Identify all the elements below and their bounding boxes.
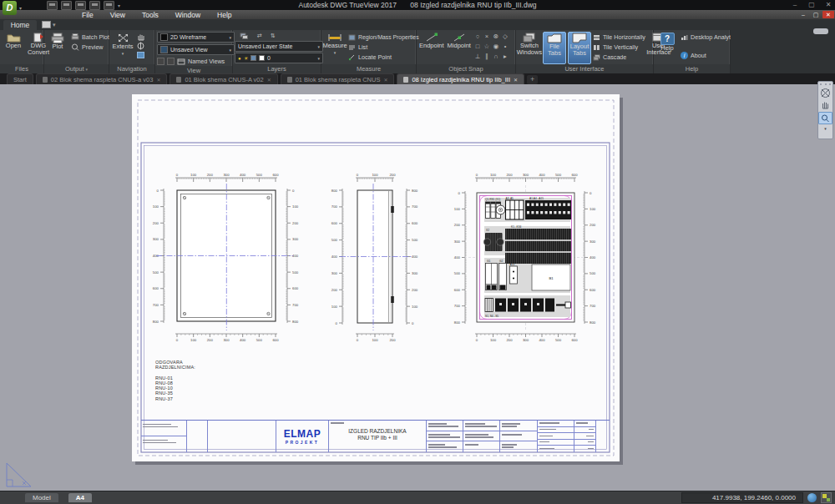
open-label: Open <box>6 43 21 49</box>
workspace-icon[interactable] <box>821 492 832 503</box>
preview-button[interactable]: Preview <box>71 43 109 52</box>
list-button[interactable]: List <box>348 43 419 52</box>
about-button[interactable]: i About <box>681 51 738 60</box>
menu-file[interactable]: File <box>73 11 102 19</box>
named-views-icon <box>177 58 185 65</box>
tangent-snap-icon[interactable]: ◉ <box>492 43 500 51</box>
panel-navigation: Extents ▾ Navigation <box>109 30 155 73</box>
layer-state-dropdown[interactable]: Unsaved Layer State ▾ <box>235 41 323 52</box>
output-launcher-icon[interactable]: ▾ <box>86 67 89 72</box>
file-tab[interactable]: 01 Blok shema raspleta CNUS ✕ <box>281 73 395 84</box>
restore-icon[interactable]: ▢ <box>807 1 817 8</box>
file-tab[interactable]: 01 Blok shema CNUS-A v02 ✕ <box>170 73 277 84</box>
layer-properties-icon[interactable] <box>240 33 249 40</box>
dwg-trueview-window: ▾ Autodesk DWG TrueView 2017 08 Izgled r… <box>0 0 835 504</box>
doc-restore-icon[interactable]: ▢ <box>810 11 822 18</box>
apparent-snap-icon[interactable]: ∩ <box>492 53 500 61</box>
tab-close-icon[interactable]: ✕ <box>383 77 387 83</box>
plot-button[interactable]: Plot <box>46 32 69 64</box>
locate-point-button[interactable]: Locate Point <box>348 53 419 62</box>
region-mass-button[interactable]: Region/Mass Properties <box>348 33 419 42</box>
node-snap-icon[interactable]: × <box>483 33 491 41</box>
pan-hand-tool-icon[interactable] <box>820 100 831 110</box>
visual-style-value: 2D Wireframe <box>170 34 226 40</box>
elmap-logo-text: ELMAP <box>284 429 321 439</box>
tile-horizontally-button[interactable]: Tile Horizontally <box>593 33 645 42</box>
help-label: Help <box>660 45 673 52</box>
intersection-snap-icon[interactable]: ⊗ <box>492 33 500 41</box>
layer-on-bulb-icon: ● <box>238 56 241 61</box>
menu-tools[interactable]: Tools <box>134 11 167 19</box>
zoom-magnifier-icon <box>821 114 830 123</box>
file-tab[interactable]: 02 Blok shema raspleta CNUS-a v03 ✕ <box>36 73 168 84</box>
menu-view[interactable]: View <box>102 11 134 19</box>
about-info-icon: i <box>681 52 688 59</box>
tab-close-icon[interactable]: ✕ <box>156 77 160 83</box>
parallel-snap-icon[interactable]: ∥ <box>483 53 491 61</box>
menu-help[interactable]: Help <box>209 11 240 19</box>
layout-tabs-toggle-button[interactable]: Layout Tabs <box>568 32 591 64</box>
panel-files: Open DWG Convert Files <box>0 30 44 73</box>
file-tabs-toggle-button[interactable]: File Tabs <box>543 32 566 64</box>
menu-window[interactable]: Window <box>167 11 209 19</box>
annotation-monitor-icon[interactable] <box>807 493 817 502</box>
ribbon-tab-home[interactable]: Home <box>3 20 37 30</box>
file-tab-active[interactable]: 08 Izgled razdjelnika RNU tip IIb_III ✕ <box>397 73 524 84</box>
layout-tab-a4[interactable]: A4 <box>68 493 92 502</box>
midpoint-snap-button[interactable]: Midpoint <box>447 32 472 64</box>
document-title: 08 Izgled razdjelnika RNU tip IIb_III.dw… <box>410 1 536 9</box>
locate-point-icon <box>348 54 356 61</box>
layer-prev-icon[interactable]: ⇅ <box>271 33 276 39</box>
file-tab-label: 01 Blok shema CNUS-A v02 <box>185 76 263 83</box>
steering-wheel-icon[interactable] <box>820 88 831 98</box>
navbar-caret-icon[interactable]: ▾ <box>824 126 827 131</box>
zoom-extents-button[interactable]: Extents ▾ <box>111 32 134 64</box>
snap-flyout-icon[interactable]: ▸ <box>501 53 509 61</box>
desktop-analytics-button[interactable]: Desktop Analytics <box>681 33 738 42</box>
ribbon-display-toggle[interactable]: ▾ <box>42 21 56 28</box>
view-cube-icon[interactable] <box>136 51 145 59</box>
switch-windows-button[interactable]: Switch Windows <box>518 32 541 64</box>
open-button[interactable]: Open <box>2 32 25 64</box>
doc-close-icon[interactable]: ✕ <box>822 11 834 18</box>
layer-match-icon[interactable]: ⇄ <box>257 33 262 39</box>
visual-style-caret-icon: ▾ <box>229 35 231 40</box>
measure-button[interactable]: Measure ▾ <box>323 32 347 64</box>
application-menu-button[interactable]: D ▾ <box>3 1 22 15</box>
named-views-button[interactable]: Named Views <box>157 57 230 66</box>
close-icon[interactable]: ✕ <box>823 1 833 8</box>
model-tab[interactable]: Model <box>25 493 58 502</box>
tab-close-icon[interactable]: ✕ <box>514 77 518 83</box>
layer-state-caret-icon: ▾ <box>317 44 320 49</box>
help-button[interactable]: ? Help <box>655 32 679 64</box>
visual-style-dropdown[interactable]: 2D Wireframe ▾ <box>157 32 235 43</box>
doc-minimize-icon[interactable]: – <box>797 11 809 18</box>
panel-user-interface: Switch Windows File Tabs Layout Tabs <box>516 30 654 73</box>
window-controls: – ▢ ✕ <box>790 1 833 8</box>
extension-snap-icon[interactable]: ◇ <box>501 33 509 41</box>
monitor-icon <box>167 58 175 65</box>
orbit-icon[interactable] <box>136 42 145 50</box>
pan-hand-icon[interactable] <box>136 33 145 41</box>
navbar-grip[interactable] <box>820 83 831 86</box>
layer-dropdown[interactable]: ● ☀ 0 ▾ <box>235 53 323 63</box>
tile-vertically-button[interactable]: Tile Vertically <box>593 43 645 52</box>
batch-plot-icon <box>71 33 79 41</box>
perpendicular-snap-icon[interactable]: ⊥ <box>473 53 482 61</box>
zoom-tool-button[interactable] <box>818 112 832 124</box>
file-tab-start[interactable]: Start <box>7 73 33 84</box>
cascade-button[interactable]: Cascade <box>593 53 645 62</box>
desktop-analytics-icon <box>681 34 688 41</box>
batch-plot-button[interactable]: Batch Plot <box>71 33 109 42</box>
new-tab-button[interactable]: + <box>527 75 538 84</box>
switch-windows-label-2: Windows <box>517 49 542 56</box>
endpoint-snap-button[interactable]: Endpoint <box>418 32 445 64</box>
insertion-snap-icon[interactable]: □ <box>473 43 482 51</box>
minimize-icon[interactable]: – <box>790 1 800 8</box>
nearest-snap-icon[interactable]: • <box>501 43 509 51</box>
quadrant-snap-icon[interactable]: ☆ <box>483 43 491 51</box>
center-snap-icon[interactable]: ○ <box>473 33 482 41</box>
view-dropdown[interactable]: Unsaved View ▾ <box>157 44 235 55</box>
ribbon-overflow-pill[interactable] <box>813 28 828 34</box>
tab-close-icon[interactable]: ✕ <box>267 77 271 83</box>
